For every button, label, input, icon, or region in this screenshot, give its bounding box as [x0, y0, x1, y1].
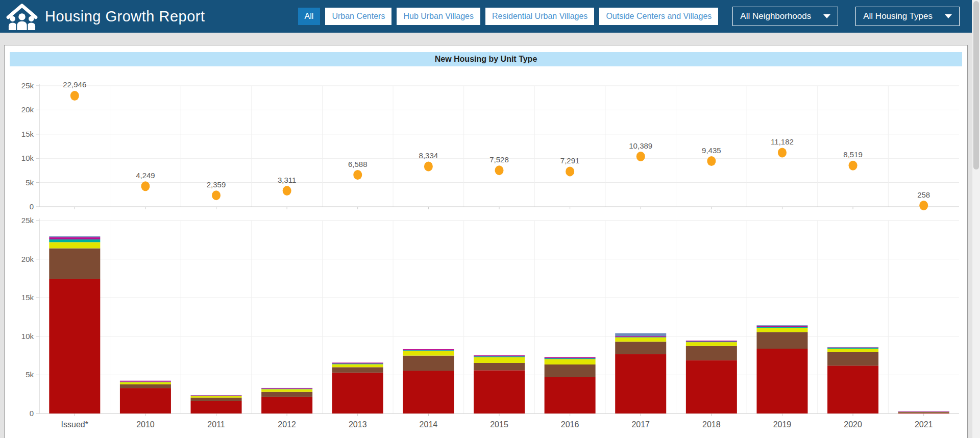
svg-text:2,359: 2,359 — [207, 180, 226, 189]
yellow-segment-2018 — [686, 342, 737, 346]
chevron-down-icon — [823, 14, 830, 18]
brown-segment-2014 — [403, 356, 454, 371]
svg-text:9,435: 9,435 — [702, 146, 721, 155]
yellow-segment-2020 — [827, 349, 878, 352]
dark-red-segment-2021 — [898, 413, 949, 413]
svg-text:8,519: 8,519 — [843, 150, 863, 159]
magenta-segment-2020 — [827, 348, 878, 348]
tab-residential-urban-villages[interactable]: Residential Urban Villages — [485, 8, 594, 25]
magenta-segment-Issued* — [49, 237, 100, 240]
data-point-2016 — [566, 166, 574, 176]
app-header: Housing Growth Report AllUrban CentersHu… — [0, 0, 972, 33]
magenta-segment-2019 — [756, 326, 807, 327]
dark-red-segment-2020 — [827, 366, 878, 413]
yellow-segment-2010 — [120, 382, 171, 384]
data-point-2017 — [636, 152, 645, 161]
svg-text:8,334: 8,334 — [419, 151, 438, 160]
svg-text:2021: 2021 — [915, 420, 933, 429]
data-point-2010 — [141, 181, 150, 191]
magenta-segment-2014 — [403, 349, 454, 350]
yellow-segment-Issued* — [49, 242, 100, 248]
dark-red-segment-2012 — [261, 397, 312, 413]
dark-red-segment-2019 — [756, 349, 807, 413]
net-units-scatter-chart[interactable]: 05k10k15k20k25k22,9464,2492,3593,3116,58… — [5, 80, 967, 213]
svg-text:5k: 5k — [26, 178, 34, 187]
svg-text:3,311: 3,311 — [278, 176, 296, 184]
magenta-segment-2016 — [545, 357, 596, 358]
teal-segment-2013 — [332, 363, 383, 364]
data-point-2011 — [212, 190, 220, 200]
data-point-2020 — [849, 161, 857, 171]
dark-red-segment-2016 — [545, 377, 596, 413]
yellow-segment-2013 — [332, 364, 383, 368]
dark-red-segment-2018 — [686, 360, 737, 413]
brown-segment-2013 — [332, 367, 383, 373]
tab-hub-urban-villages[interactable]: Hub Urban Villages — [397, 8, 480, 25]
page-title: Housing Growth Report — [45, 8, 205, 25]
magenta-segment-2012 — [261, 388, 312, 389]
svg-text:0: 0 — [30, 202, 34, 211]
teal-segment-2019 — [756, 327, 807, 328]
yellow-segment-2016 — [545, 359, 596, 364]
brown-segment-2010 — [120, 384, 171, 388]
housing-types-dropdown[interactable]: All Housing Types — [855, 7, 960, 26]
brown-segment-2018 — [686, 346, 737, 360]
steel-blue-segment-2019 — [756, 325, 807, 326]
svg-text:2015: 2015 — [490, 420, 508, 429]
tab-urban-centers[interactable]: Urban Centers — [325, 8, 391, 25]
svg-text:25k: 25k — [21, 216, 34, 225]
data-point-2019 — [778, 148, 787, 157]
svg-text:10k: 10k — [21, 154, 34, 162]
brown-segment-2020 — [827, 352, 878, 366]
unit-type-stacked-bar-chart[interactable]: 05k10k15k20k25kIssued*201020112012201320… — [5, 215, 967, 434]
steel-blue-segment-2020 — [827, 347, 878, 348]
svg-text:7,528: 7,528 — [489, 155, 509, 164]
svg-text:20k: 20k — [21, 255, 34, 263]
magenta-segment-2018 — [686, 340, 737, 342]
steel-blue-segment-2017 — [615, 333, 666, 336]
brown-segment-2019 — [756, 332, 807, 349]
svg-text:15k: 15k — [21, 130, 34, 138]
report-card: New Housing by Unit Type 05k10k15k20k25k… — [4, 45, 968, 438]
magenta-segment-2015 — [474, 355, 525, 356]
svg-text:15k: 15k — [21, 293, 34, 302]
brown-segment-2011 — [191, 398, 242, 401]
data-point-2018 — [707, 156, 716, 166]
svg-text:0: 0 — [30, 409, 34, 418]
charts-container: 05k10k15k20k25k22,9464,2492,3593,3116,58… — [5, 80, 967, 434]
svg-text:2011: 2011 — [207, 420, 225, 429]
tab-all[interactable]: All — [298, 8, 321, 25]
magenta-segment-2011 — [191, 395, 242, 396]
yellow-segment-2012 — [261, 389, 312, 392]
data-point-2012 — [283, 186, 291, 196]
svg-text:22,946: 22,946 — [63, 80, 86, 89]
svg-text:Issued*: Issued* — [61, 420, 88, 429]
svg-text:2018: 2018 — [702, 420, 721, 429]
tab-outside-centers-and-villages[interactable]: Outside Centers and Villages — [599, 8, 718, 25]
svg-text:2013: 2013 — [349, 420, 367, 429]
neighborhoods-dropdown[interactable]: All Neighborhoods — [732, 7, 838, 26]
chart-title: New Housing by Unit Type — [10, 52, 962, 66]
dark-red-segment-2015 — [474, 370, 525, 413]
svg-text:4,249: 4,249 — [136, 171, 155, 180]
brown-segment-2015 — [474, 363, 525, 370]
teal-segment-2016 — [545, 358, 596, 359]
svg-text:2017: 2017 — [631, 420, 650, 429]
house-with-people-icon — [6, 3, 38, 30]
vertical-scrollbar[interactable] — [972, 0, 980, 438]
yellow-segment-2015 — [474, 357, 525, 363]
svg-text:2010: 2010 — [136, 420, 155, 429]
yellow-segment-2011 — [191, 396, 242, 398]
header-dropdowns: All Neighborhoods All Housing Types — [732, 7, 960, 26]
svg-text:7,291: 7,291 — [560, 156, 580, 165]
teal-segment-2012 — [261, 388, 312, 389]
dark-red-segment-Issued* — [49, 279, 100, 413]
brown-segment-2016 — [545, 364, 596, 377]
yellow-segment-2019 — [756, 328, 807, 332]
brown-segment-2017 — [615, 342, 666, 354]
teal-segment-2011 — [191, 396, 242, 396]
data-point-2014 — [424, 161, 433, 171]
brown-segment-Issued* — [49, 248, 100, 279]
brown-segment-2012 — [261, 392, 312, 397]
scrollbar-thumb[interactable] — [973, 1, 979, 169]
